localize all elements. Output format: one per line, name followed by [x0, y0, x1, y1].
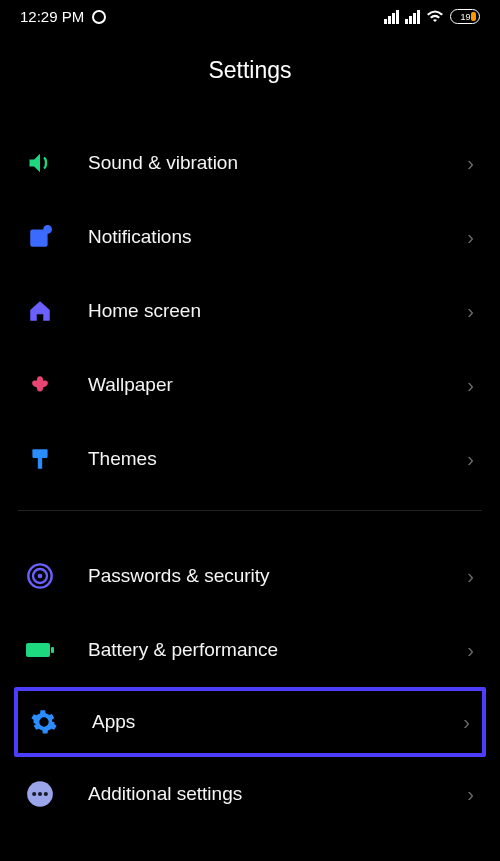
- speaker-icon: [26, 149, 54, 177]
- item-label: Notifications: [88, 226, 467, 248]
- section-divider: [18, 510, 482, 511]
- home-screen-item[interactable]: Home screen ›: [18, 274, 482, 348]
- item-label: Additional settings: [88, 783, 467, 805]
- svg-point-10: [32, 792, 36, 796]
- page-title: Settings: [0, 57, 500, 84]
- status-left: 12:29 PM: [20, 8, 106, 25]
- settings-list: Sound & vibration › Notifications › Home…: [0, 126, 500, 496]
- highlighted-frame: Apps ›: [14, 687, 486, 757]
- svg-rect-8: [51, 647, 54, 653]
- chevron-right-icon: ›: [467, 783, 474, 806]
- svg-rect-3: [38, 458, 42, 469]
- home-icon: [26, 297, 54, 325]
- additional-settings-item[interactable]: Additional settings ›: [18, 757, 482, 831]
- svg-rect-7: [26, 643, 50, 657]
- passwords-security-item[interactable]: Passwords & security ›: [18, 539, 482, 613]
- gear-icon: [30, 708, 58, 736]
- item-label: Sound & vibration: [88, 152, 467, 174]
- chevron-right-icon: ›: [467, 639, 474, 662]
- clock-time: 12:29 PM: [20, 8, 84, 25]
- status-bar: 12:29 PM 19: [0, 0, 500, 29]
- svg-point-12: [44, 792, 48, 796]
- item-label: Passwords & security: [88, 565, 467, 587]
- chevron-right-icon: ›: [463, 711, 470, 734]
- sound-vibration-item[interactable]: Sound & vibration ›: [18, 126, 482, 200]
- chevron-right-icon: ›: [467, 226, 474, 249]
- svg-point-1: [43, 225, 52, 234]
- assistant-icon: [92, 10, 106, 24]
- item-label: Battery & performance: [88, 639, 467, 661]
- apps-item[interactable]: Apps ›: [22, 691, 478, 753]
- battery-icon: 19: [450, 9, 480, 24]
- chevron-right-icon: ›: [467, 448, 474, 471]
- flower-icon: [26, 371, 54, 399]
- fingerprint-icon: [26, 562, 54, 590]
- themes-item[interactable]: Themes ›: [18, 422, 482, 496]
- svg-point-11: [38, 792, 42, 796]
- item-label: Wallpaper: [88, 374, 467, 396]
- battery-icon: [26, 636, 54, 664]
- item-label: Themes: [88, 448, 467, 470]
- more-icon: [26, 780, 54, 808]
- chevron-right-icon: ›: [467, 152, 474, 175]
- battery-performance-item[interactable]: Battery & performance ›: [18, 613, 482, 687]
- signal-icon: [384, 10, 399, 24]
- brush-icon: [26, 445, 54, 473]
- svg-point-6: [38, 574, 43, 579]
- wallpaper-item[interactable]: Wallpaper ›: [18, 348, 482, 422]
- item-label: Home screen: [88, 300, 467, 322]
- battery-percent: 19: [460, 12, 470, 22]
- chevron-right-icon: ›: [467, 565, 474, 588]
- svg-rect-2: [32, 449, 47, 458]
- status-right: 19: [384, 9, 480, 24]
- chevron-right-icon: ›: [467, 300, 474, 323]
- chevron-right-icon: ›: [467, 374, 474, 397]
- item-label: Apps: [92, 711, 463, 733]
- notifications-item[interactable]: Notifications ›: [18, 200, 482, 274]
- settings-list-2: Passwords & security › Battery & perform…: [0, 539, 500, 831]
- signal-icon-2: [405, 10, 420, 24]
- notification-icon: [26, 223, 54, 251]
- wifi-icon: [426, 10, 444, 24]
